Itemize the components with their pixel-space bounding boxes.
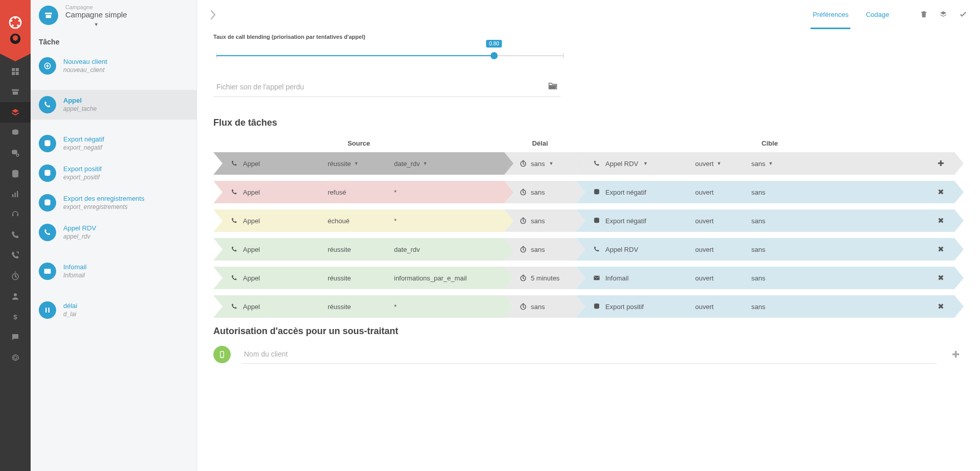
svg-point-3: [17, 25, 19, 27]
row-close-button[interactable]: ✖: [938, 273, 944, 282]
blending-label: Taux de call blending (priorisation par …: [213, 34, 964, 40]
rail-phone-alt[interactable]: [0, 245, 31, 266]
phone-icon: [231, 303, 238, 310]
layers-icon[interactable]: [939, 10, 947, 21]
rail-dashboard[interactable]: [0, 61, 31, 82]
flow-target[interactable]: Infomail ouvert sans ✖: [576, 267, 954, 289]
flow-delay[interactable]: sans: [504, 295, 576, 318]
timer-icon: [520, 303, 527, 310]
flow-source[interactable]: Appel réussite date_rdv: [213, 238, 504, 261]
campaign-selector[interactable]: Campagne simple▼: [65, 10, 127, 27]
rail-stats[interactable]: [0, 184, 31, 204]
col-header-source: Source: [213, 139, 504, 147]
blending-slider[interactable]: 0.80: [216, 55, 564, 56]
flow-target[interactable]: Export positif ouvert sans ✖: [576, 295, 954, 318]
flow-row[interactable]: Appel réussite date_rdv sans Appel RDV o…: [213, 238, 964, 261]
task-item-export_negatif[interactable]: Export négatifexport_negatif: [31, 129, 197, 158]
timer-icon: [520, 160, 527, 167]
pause-icon: [39, 301, 56, 319]
timer-icon: [520, 217, 527, 224]
rail-timer[interactable]: [0, 266, 31, 286]
flow-source[interactable]: Appel refusé *: [213, 181, 504, 203]
flow-delay[interactable]: sans: [504, 209, 576, 232]
flow-delay[interactable]: sans ▼: [504, 152, 576, 175]
svg-point-19: [14, 293, 17, 296]
row-close-button[interactable]: ✖: [938, 216, 944, 225]
flow-source[interactable]: Appel échoué *: [213, 209, 504, 232]
phone-icon: [231, 274, 238, 281]
database-icon: [593, 189, 600, 196]
folder-icon[interactable]: [548, 82, 557, 91]
envelope-icon: [593, 274, 600, 281]
main-area: Préférences Codage Taux de call blending…: [197, 0, 980, 471]
svg-text:$: $: [13, 313, 17, 321]
tab-preferences[interactable]: Préférences: [811, 2, 850, 29]
task-item-Infomail[interactable]: InfomailInfomail: [31, 256, 197, 286]
timer-icon: [520, 274, 527, 281]
task-item-export_enregistrements[interactable]: Export des enregistrementsexport_enregis…: [31, 188, 197, 218]
rail-phone[interactable]: [0, 225, 31, 245]
flow-target[interactable]: Appel RDV ▼ ouvert ▼ sans ▼ ✚: [576, 152, 954, 175]
flow-row[interactable]: Appel réussite * sans Export positif ouv…: [213, 295, 964, 318]
svg-point-22: [222, 356, 222, 357]
flow-row[interactable]: Appel refusé * sans Export négatif ouver…: [213, 181, 964, 203]
rail-coins[interactable]: [0, 123, 31, 143]
row-close-button[interactable]: ✖: [938, 187, 944, 197]
subcontractor-section-title: Autorisation d'accès pour un sous-traita…: [213, 326, 964, 337]
flow-source[interactable]: Appel réussite ▼ date_rdv ▼: [213, 152, 504, 175]
rail-dollar[interactable]: $: [0, 307, 31, 327]
rail-db[interactable]: [0, 163, 31, 184]
flow-delay[interactable]: sans: [504, 181, 576, 203]
svg-point-1: [14, 17, 16, 19]
check-icon[interactable]: [959, 10, 968, 21]
rail-chat[interactable]: [0, 327, 31, 347]
phone-icon: [231, 217, 238, 224]
rail-user[interactable]: [0, 286, 31, 307]
envelope-icon: [39, 263, 56, 280]
database-icon: [593, 303, 600, 310]
task-item-d_lai[interactable]: délaid_lai: [31, 295, 197, 325]
sound-file-input[interactable]: [213, 77, 560, 97]
sidebar-header: Campagne Campagne simple▼: [31, 0, 197, 31]
flow-delay[interactable]: 5 minutes: [504, 267, 576, 289]
rail-headset[interactable]: [0, 204, 31, 225]
row-close-button[interactable]: ✖: [938, 302, 944, 311]
flow-row[interactable]: Appel réussite informations_par_e_mail 5…: [213, 267, 964, 289]
task-item-appel_tache[interactable]: Appelappel_tache: [31, 90, 197, 120]
svg-rect-15: [12, 194, 13, 197]
svg-rect-10: [16, 72, 19, 75]
rail-archive[interactable]: [0, 82, 31, 102]
sound-file-field[interactable]: [216, 83, 548, 91]
flow-source[interactable]: Appel réussite *: [213, 295, 504, 318]
task-list: Nouveau clientnouveau_clientAppelappel_t…: [31, 51, 197, 325]
row-close-button[interactable]: ✖: [938, 245, 944, 254]
task-item-nouveau_client[interactable]: Nouveau clientnouveau_client: [31, 51, 197, 81]
flow-source[interactable]: Appel réussite informations_par_e_mail: [213, 267, 504, 289]
database-icon: [39, 135, 56, 152]
flow-target[interactable]: Export négatif ouvert sans ✖: [576, 181, 954, 203]
svg-rect-17: [17, 191, 18, 197]
delete-icon[interactable]: [920, 10, 928, 21]
task-item-appel_rdv[interactable]: Appel RDVappel_rdv: [31, 218, 197, 247]
rail-layers[interactable]: [0, 102, 31, 123]
slider-handle[interactable]: [491, 52, 498, 59]
client-name-input[interactable]: [242, 345, 937, 364]
flow-row[interactable]: Appel échoué * sans Export négatif ouver…: [213, 209, 964, 232]
phone-icon: [231, 246, 238, 253]
flow-row[interactable]: Appel réussite ▼ date_rdv ▼ sans ▼ Appel…: [213, 152, 964, 175]
svg-point-13: [16, 154, 19, 157]
add-client-button[interactable]: ✚: [948, 349, 964, 360]
flow-delay[interactable]: sans: [504, 238, 576, 261]
flow-target[interactable]: Appel RDV ouvert sans ✖: [576, 238, 954, 261]
task-item-export_positif[interactable]: Export positifexport_positif: [31, 158, 197, 188]
client-row: ✚: [213, 345, 964, 364]
sidebar-section-title: Tâche: [31, 31, 197, 51]
header-overline: Campagne: [65, 4, 127, 10]
rail-db-gear[interactable]: [0, 143, 31, 163]
flow-target[interactable]: Export négatif ouvert sans ✖: [576, 209, 954, 232]
row-plus-button[interactable]: ✚: [938, 159, 944, 168]
tab-codage[interactable]: Codage: [864, 2, 891, 29]
back-chevron-icon[interactable]: [209, 10, 216, 21]
rail-settings[interactable]: [0, 347, 31, 368]
svg-point-5: [10, 20, 12, 22]
